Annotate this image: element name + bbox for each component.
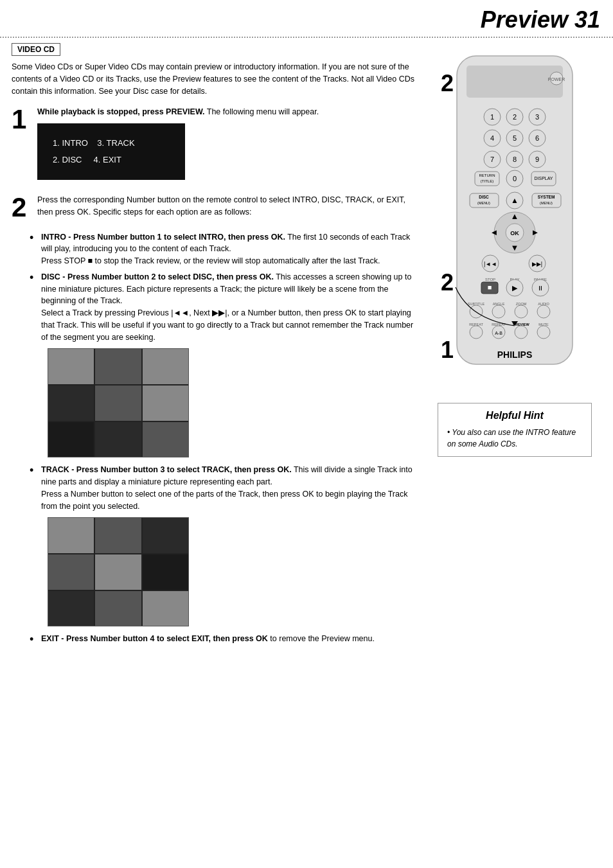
menu-item-1: 1. INTRO 3. TRACK	[53, 135, 170, 152]
svg-text:STOP: STOP	[485, 278, 495, 281]
svg-text:▶▶|: ▶▶|	[532, 261, 542, 267]
svg-text:RETURN: RETURN	[479, 173, 495, 177]
disc-photo-grid	[48, 348, 189, 457]
photo-cell-8	[95, 422, 141, 457]
track-photo-grid	[48, 517, 189, 626]
step2-intro: Press the corresponding Number button on…	[37, 194, 422, 218]
svg-text:7: 7	[490, 155, 494, 163]
bullet-dot-intro: •	[30, 231, 37, 267]
svg-point-64	[492, 305, 505, 318]
svg-text:▲: ▲	[511, 196, 519, 205]
track-cell-6	[143, 554, 188, 590]
svg-point-74	[515, 326, 528, 339]
svg-text:(MENU): (MENU)	[477, 201, 490, 205]
svg-text:3: 3	[535, 113, 539, 121]
svg-point-71	[470, 326, 483, 339]
photo-cell-1	[48, 349, 94, 384]
svg-text:2: 2	[441, 70, 454, 96]
svg-text:5: 5	[513, 134, 517, 142]
svg-text:DISPLAY: DISPLAY	[534, 176, 553, 181]
bullet-intro: • INTRO - Press Number button 1 to selec…	[30, 231, 422, 267]
menu-item-2: 2. DISC 4. EXIT	[53, 152, 170, 168]
menu-box: 1. INTRO 3. TRACK 2. DISC 4. EXIT	[37, 123, 185, 180]
track-cell-1	[48, 518, 94, 553]
bullet-exit: • EXIT - Press Number button 4 to select…	[30, 633, 422, 647]
svg-text:A-B: A-B	[495, 331, 502, 335]
svg-text:▼: ▼	[511, 243, 519, 252]
bullet-text-disc: DISC - Press Number button 2 to select D…	[41, 271, 422, 344]
bullet-text-intro: INTRO - Press Number button 1 to select …	[41, 231, 422, 267]
svg-text:►: ►	[531, 227, 540, 237]
bullet-dot-track: •	[30, 464, 37, 512]
page-title: Preview 31	[481, 6, 600, 33]
svg-text:(MENU): (MENU)	[540, 201, 553, 205]
svg-point-66	[537, 305, 550, 318]
step1-number: 1	[12, 106, 30, 133]
photo-cell-5	[95, 385, 141, 421]
bullet-dot-exit: •	[30, 633, 37, 647]
svg-point-65	[515, 305, 528, 318]
svg-rect-1	[466, 66, 563, 98]
step2-content: Press the corresponding Number button on…	[37, 194, 422, 222]
helpful-hint-box: Helpful Hint • You also can use the INTR…	[438, 403, 592, 457]
svg-text:DISC: DISC	[479, 195, 489, 199]
helpful-hint-title: Helpful Hint	[447, 410, 582, 421]
bullet-text-exit: EXIT - Press Number button 4 to select E…	[41, 633, 422, 647]
track-cell-8	[95, 591, 141, 626]
bullet-disc: • DISC - Press Number button 2 to select…	[30, 271, 422, 344]
svg-text:■: ■	[488, 283, 492, 291]
bullet-dot-disc: •	[30, 271, 37, 344]
svg-text:(TITLE): (TITLE)	[481, 179, 493, 183]
svg-text:2: 2	[441, 269, 454, 296]
svg-text:PHILIPS: PHILIPS	[497, 350, 532, 360]
track-cell-3	[143, 518, 188, 553]
bullet-section: • INTRO - Press Number button 1 to selec…	[30, 231, 422, 647]
step1-block: 1 While playback is stopped, press PREVI…	[12, 106, 422, 185]
svg-text:2: 2	[513, 113, 517, 121]
step1-content: While playback is stopped, press PREVIEW…	[37, 106, 422, 185]
svg-point-75	[537, 326, 550, 339]
svg-text:8: 8	[513, 155, 517, 163]
svg-text:▶: ▶	[512, 284, 518, 292]
track-cell-5	[95, 554, 141, 590]
svg-text:0: 0	[513, 175, 517, 182]
step1-instruction: While playback is stopped, press PREVIEW…	[37, 106, 422, 118]
svg-text:◄: ◄	[490, 227, 499, 237]
svg-text:1: 1	[490, 113, 494, 121]
left-column: VIDEO CD Some Video CDs or Super Video C…	[12, 43, 422, 653]
svg-text:6: 6	[535, 134, 539, 142]
photo-cell-7	[48, 422, 94, 457]
photo-cell-3	[143, 349, 188, 384]
remote-svg: 2 POWER 1 2 3 4 5 6 7 8 9	[438, 43, 592, 390]
svg-text:9: 9	[535, 155, 539, 163]
intro-paragraph: Some Video CDs or Super Video CDs may co…	[12, 61, 422, 97]
bullet-track: • TRACK - Press Number button 3 to selec…	[30, 464, 422, 512]
svg-text:SYSTEM: SYSTEM	[538, 195, 555, 199]
step2-block: 2 Press the corresponding Number button …	[12, 194, 422, 222]
svg-text:⏸: ⏸	[537, 285, 544, 292]
track-cell-4	[48, 554, 94, 590]
photo-cell-4	[48, 385, 94, 421]
svg-text:|◄◄: |◄◄	[484, 261, 497, 267]
step2-number: 2	[12, 194, 30, 221]
right-column: 2 POWER 1 2 3 4 5 6 7 8 9	[428, 43, 601, 653]
svg-text:POWER: POWER	[548, 77, 565, 82]
track-cell-7	[48, 591, 94, 626]
svg-text:1: 1	[441, 337, 454, 363]
bullet-text-track: TRACK - Press Number button 3 to select …	[41, 464, 422, 512]
svg-text:▲: ▲	[511, 211, 519, 221]
photo-cell-9	[143, 422, 188, 457]
svg-text:4: 4	[490, 134, 494, 142]
helpful-hint-text: • You also can use the INTRO feature on …	[447, 427, 582, 450]
track-cell-9	[143, 591, 188, 626]
track-cell-2	[95, 518, 141, 553]
svg-text:OK: OK	[510, 230, 519, 236]
photo-cell-2	[95, 349, 141, 384]
photo-cell-6	[143, 385, 188, 421]
video-cd-label: VIDEO CD	[12, 43, 60, 56]
